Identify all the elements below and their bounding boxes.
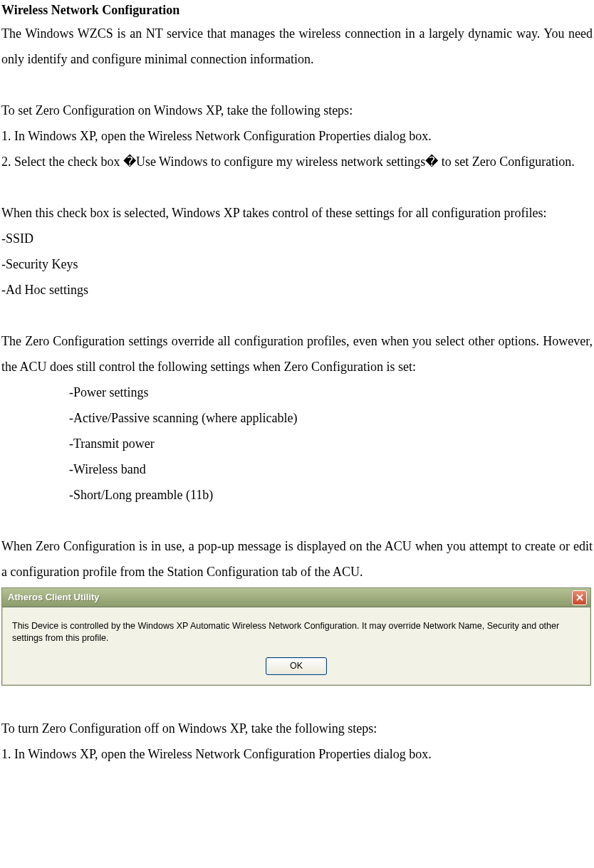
list-b-item: -Active/Passive scanning (where applicab… [1,405,593,431]
list-b-item: -Wireless band [1,456,593,482]
dialog-button-row: OK [12,657,580,675]
close-icon [576,594,583,601]
list-a-item: -Ad Hoc settings [1,277,593,303]
list-a-item: -Security Keys [1,251,593,277]
close-button[interactable] [572,590,587,605]
ok-button[interactable]: OK [266,657,327,675]
spacer [1,508,593,533]
step-1-on: 1. In Windows XP, open the Wireless Netw… [1,123,593,149]
paragraph-checkbox-effect: When this check box is selected, Windows… [1,200,593,226]
step-1-off: 1. In Windows XP, open the Wireless Netw… [1,741,593,767]
list-b-item: -Transmit power [1,431,593,456]
dialog-title-text: Atheros Client Utility [8,591,100,604]
list-b-item: -Short/Long preamble (11b) [1,482,593,508]
paragraph-override: The Zero Configuration settings override… [1,328,593,380]
list-b-item: -Power settings [1,380,593,405]
paragraph-set-off: To turn Zero Configuration off on Window… [1,716,593,741]
dialog-message: This Device is controlled by the Windows… [12,620,580,644]
dialog-titlebar[interactable]: Atheros Client Utility [2,588,590,607]
spacer [1,303,593,328]
dialog-body: This Device is controlled by the Windows… [2,607,590,685]
dialog-window: Atheros Client Utility This Device is co… [1,587,591,686]
list-a-item: -SSID [1,226,593,251]
paragraph-popup: When Zero Configuration is in use, a pop… [1,533,593,585]
spacer [1,174,593,200]
step-2-on: 2. Select the check box �Use Windows to … [1,149,593,174]
paragraph-set-on: To set Zero Configuration on Windows XP,… [1,98,593,123]
section-title: Wireless Network Configuration [1,1,593,19]
spacer [1,72,593,98]
paragraph-intro: The Windows WZCS is an NT service that m… [1,21,593,72]
spacer [1,690,593,716]
